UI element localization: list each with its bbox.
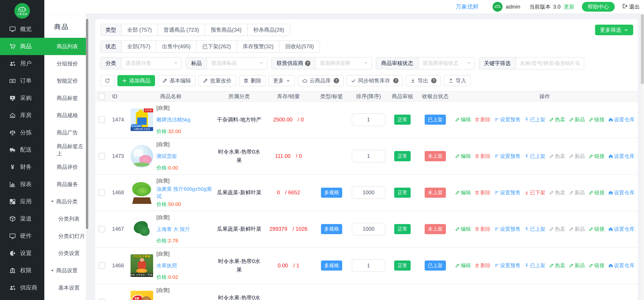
product-name-link[interactable]: 油麦菜 按斤500g±50g测试 — [156, 185, 214, 200]
submenu-item-group-pricing[interactable]: 分组报价 — [44, 55, 88, 72]
joint-supplier-select[interactable]: 请选择供应商 — [316, 58, 372, 69]
refresh-button[interactable] — [100, 75, 114, 86]
delete-button[interactable]: 删除 — [239, 75, 266, 86]
page-scrollbar-thumb[interactable] — [641, 14, 644, 84]
op-warehouse-link[interactable]: 设置仓库 — [608, 153, 634, 160]
page-scrollbar[interactable] — [641, 14, 644, 300]
sort-order-input[interactable] — [352, 186, 385, 199]
op-hot-link[interactable]: 热卖 — [549, 226, 565, 232]
row-checkbox[interactable] — [98, 189, 105, 196]
batch-price-button[interactable]: 批量改价 — [198, 75, 236, 86]
help-center-button[interactable]: 帮助中心 — [582, 2, 615, 12]
sidebar-item-settings[interactable]: 设置 — [0, 244, 44, 262]
more-button[interactable]: 更多 — [268, 75, 295, 86]
category-select[interactable]: 请选择分类 — [122, 58, 181, 69]
filter-option[interactable]: 预售商品(34) — [205, 24, 248, 36]
op-edit-link[interactable]: 编辑 — [455, 116, 471, 123]
filter-option[interactable]: 普通商品 (723) — [158, 24, 205, 36]
op-hot-link[interactable]: 热卖 — [549, 189, 565, 196]
sidebar-item-users[interactable]: 用户 — [0, 55, 44, 72]
op-delete-link[interactable]: 删除 — [474, 116, 491, 123]
cloud-goods-button[interactable]: 云商品库? — [298, 75, 344, 86]
sidebar-item-purchase[interactable]: 采购 — [0, 90, 44, 107]
filter-option[interactable]: 回收站(578) — [280, 41, 320, 52]
user-avatar[interactable] — [492, 2, 502, 12]
op-hot-link[interactable]: 热卖 — [549, 153, 565, 160]
op-link-link[interactable]: 链接 — [588, 153, 605, 160]
op-new-link[interactable]: 新品 — [569, 262, 585, 269]
op-warehouse-link[interactable]: 设置仓库 — [608, 116, 634, 123]
submenu-item-smart-pricing[interactable]: 智能定价 — [44, 72, 88, 90]
sidebar-item-overview[interactable]: 概览 — [0, 20, 44, 38]
submenu-item-goods-reviews[interactable]: 商品评价 — [44, 158, 88, 176]
sync-stock-button[interactable]: 同步销售库存? — [346, 75, 403, 86]
op-hot-link[interactable]: 热卖 — [549, 116, 565, 123]
import-button[interactable]: 导入 — [444, 75, 471, 86]
op-presale-link[interactable]: 设置预售 — [494, 116, 521, 123]
store-name-link[interactable]: 万象优鲜 — [456, 3, 478, 10]
op-edit-link[interactable]: 编辑 — [455, 262, 471, 269]
op-warehouse-link[interactable]: 设置仓库 — [608, 226, 634, 232]
audit-status-select[interactable]: 请选择审核状态 — [418, 58, 474, 69]
filter-option[interactable]: 全部 (757) — [122, 24, 158, 36]
filter-option[interactable]: 出售中(495) — [156, 41, 197, 52]
row-checkbox[interactable] — [98, 262, 105, 269]
row-checkbox[interactable] — [98, 153, 105, 160]
op-presale-link[interactable]: 设置预售 — [494, 262, 521, 269]
submenu-scrollbar-thumb[interactable] — [86, 19, 88, 229]
select-all-checkbox[interactable] — [98, 93, 105, 100]
submenu-item-goods-ads[interactable]: 商品广告 — [44, 124, 88, 141]
filter-option[interactable]: 已下架(262) — [196, 41, 237, 52]
op-shelf-link[interactable]: 已上架 — [524, 262, 546, 269]
sidebar-item-reports[interactable]: 报表 — [0, 176, 44, 193]
op-edit-link[interactable]: 编辑 — [455, 226, 471, 232]
op-new-link[interactable]: 新品 — [569, 153, 585, 160]
op-shelf-link[interactable]: 已上架 — [524, 226, 546, 232]
op-delete-link[interactable]: 删除 — [474, 189, 491, 196]
sidebar-item-orders[interactable]: 订单 — [0, 72, 44, 90]
sidebar-item-channels[interactable]: 渠道 — [0, 210, 44, 228]
submenu-item-goods-list[interactable]: 商品列表 — [44, 38, 88, 55]
product-image[interactable]: 不正宗 不要钱包甜 13年老店 广西直发 — [130, 254, 153, 277]
sidebar-item-permissions[interactable]: 权限 — [0, 262, 44, 279]
op-link-link[interactable]: 链接 — [588, 262, 605, 269]
op-edit-link[interactable]: 编辑 — [455, 189, 471, 196]
submenu-item-goods-tags[interactable]: 商品标签 — [44, 90, 88, 107]
op-shelf-link[interactable]: 已上架 — [524, 153, 546, 160]
product-image[interactable]: 10斤装正品保障沁爽红橙 不伤手 — [130, 108, 153, 131]
filter-option[interactable]: 秒杀商品(28) — [248, 24, 290, 36]
op-edit-link[interactable]: 编辑 — [455, 153, 471, 160]
sidebar-item-suppliers[interactable]: 供应商 — [0, 279, 44, 296]
submenu-item-goods-specs[interactable]: 商品规格 — [44, 107, 88, 124]
product-image[interactable]: 乐事 — [130, 291, 153, 300]
add-goods-button[interactable]: 添加商品 — [117, 75, 155, 86]
sort-order-input[interactable] — [352, 223, 385, 236]
op-delete-link[interactable]: 删除 — [474, 262, 491, 269]
sidebar-item-finance[interactable]: ¥财务 — [0, 158, 44, 176]
standard-select[interactable]: 请选择标品 — [207, 58, 267, 69]
submenu-item-goods-tag-topleft[interactable]: 商品标签左上 — [44, 141, 88, 158]
op-warehouse-link[interactable]: 设置仓库 — [608, 189, 634, 196]
product-image[interactable] — [130, 145, 153, 168]
op-warehouse-link[interactable]: 设置仓库 — [608, 262, 634, 269]
sort-order-input[interactable] — [352, 259, 385, 272]
product-name-link[interactable]: 上海青 大 按斤 — [156, 226, 190, 233]
op-new-link[interactable]: 新品 — [569, 226, 585, 232]
sort-order-input[interactable] — [352, 114, 385, 126]
sort-order-input[interactable] — [352, 150, 385, 162]
row-checkbox[interactable] — [98, 116, 105, 123]
sidebar-item-delivery[interactable]: 配送 — [0, 141, 44, 158]
sidebar-item-sorting[interactable]: 分拣 — [0, 124, 44, 141]
submenu-item-goods-services[interactable]: 商品服务 — [44, 176, 88, 193]
product-name-link[interactable]: 雕牌洗洁精5kg — [156, 116, 190, 124]
row-checkbox[interactable] — [98, 299, 105, 300]
op-presale-link[interactable]: 设置预售 — [494, 189, 521, 196]
submenu-item-goods-category[interactable]: 商品分类 — [44, 193, 88, 210]
op-link-link[interactable]: 链接 — [588, 116, 605, 123]
sidebar-item-warehouse[interactable]: 库房 — [0, 107, 44, 124]
row-checkbox[interactable] — [98, 226, 105, 232]
op-new-link[interactable]: 新品 — [569, 116, 585, 123]
op-link-link[interactable]: 链接 — [588, 189, 605, 196]
op-hot-link[interactable]: 热卖 — [549, 262, 565, 269]
logout-button[interactable]: 退出 — [622, 3, 640, 10]
